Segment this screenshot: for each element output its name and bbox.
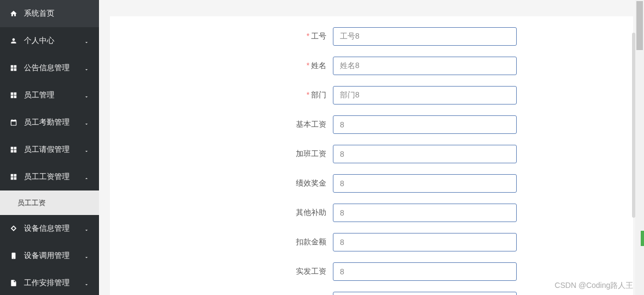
form-input-9[interactable] [333, 292, 517, 295]
form-label: 加班工资 [110, 149, 333, 159]
form-label-text: 姓名 [311, 61, 326, 70]
sidebar-item-label: 公告信息管理 [24, 63, 84, 73]
chevron-down-icon [84, 253, 89, 259]
form-row-0: *工号 [110, 27, 633, 46]
required-mark: * [307, 90, 309, 99]
form-label: *姓名 [110, 61, 333, 71]
form-label: *部门 [110, 90, 333, 100]
form-label-text: 绩效奖金 [296, 179, 326, 187]
grid-icon [10, 64, 17, 72]
form-label-text: 工号 [311, 32, 326, 40]
form-input-7[interactable] [333, 233, 517, 251]
sidebar-item-label: 工作安排管理 [24, 278, 84, 288]
form-input-3[interactable] [333, 115, 517, 134]
sidebar-sub-salary[interactable]: 员工工资 [0, 190, 99, 215]
form-row-1: *姓名 [110, 57, 633, 75]
sidebar-item-label: 员工管理 [24, 90, 84, 100]
form-label-text: 部门 [311, 90, 326, 99]
form-label: 绩效奖金 [110, 179, 333, 188]
sidebar-item-label: 设备信息管理 [24, 224, 84, 233]
watermark: CSDN @Coding路人王 [555, 281, 633, 291]
form-label: 实发工资 [110, 267, 333, 276]
form-input-4[interactable] [333, 145, 517, 163]
form-label: *工号 [110, 32, 333, 41]
sidebar-item-b2[interactable]: 工作安排管理 [0, 269, 99, 295]
form-label-text: 其他补助 [296, 208, 326, 217]
form-row-5: 绩效奖金 [110, 174, 633, 193]
sidebar-item-a2[interactable]: 公告信息管理 [0, 54, 99, 82]
sidebar-item-label: 个人中心 [24, 36, 84, 46]
form-row-2: *部门 [110, 86, 633, 105]
form-label-text: 加班工资 [296, 149, 326, 158]
scrollbar-annotation [641, 231, 644, 246]
form-row-3: 基本工资 [110, 115, 633, 134]
form-label-text: 扣款金额 [296, 237, 326, 246]
form-label: 扣款金额 [110, 237, 333, 247]
chevron-down-icon [84, 280, 89, 286]
main-content: *工号*姓名*部门基本工资加班工资绩效奖金其他补助扣款金额实发工资登记日期 [99, 0, 644, 295]
form-input-2[interactable] [333, 86, 517, 105]
sidebar-item-b1[interactable]: 设备调用管理 [0, 242, 99, 269]
sidebar-item-b0[interactable]: 设备信息管理 [0, 215, 99, 242]
chevron-down-icon [84, 65, 89, 71]
sidebar-item-a6[interactable]: 员工工资管理 [0, 163, 99, 190]
sidebar-item-label: 系统首页 [24, 9, 89, 19]
file-icon [10, 279, 17, 287]
sidebar-item-label: 员工考勤管理 [24, 118, 84, 127]
form-input-8[interactable] [333, 262, 517, 281]
grid-icon [10, 146, 17, 153]
chevron-down-icon [84, 120, 89, 125]
form-row-8: 实发工资 [110, 262, 633, 281]
scrollbar-outer-thumb[interactable] [636, 1, 643, 50]
form-row-9: 登记日期 [110, 292, 633, 295]
required-mark: * [307, 32, 309, 40]
form-input-5[interactable] [333, 174, 517, 193]
required-mark: * [307, 61, 309, 70]
sidebar-item-label: 设备调用管理 [24, 251, 84, 261]
sidebar-item-a1[interactable]: 个人中心 [0, 27, 99, 54]
grid-icon [10, 173, 17, 181]
sidebar-item-a5[interactable]: 员工请假管理 [0, 136, 99, 163]
form-label: 基本工资 [110, 120, 333, 130]
sidebar-item-a0[interactable]: 系统首页 [0, 0, 99, 27]
scrollbar-outer-track[interactable] [635, 0, 644, 295]
calendar-icon [10, 119, 17, 126]
form-label-text: 实发工资 [296, 267, 326, 275]
chevron-up-icon [84, 174, 89, 180]
form-input-1[interactable] [333, 57, 517, 75]
form: *工号*姓名*部门基本工资加班工资绩效奖金其他补助扣款金额实发工资登记日期 [110, 16, 633, 295]
tag-icon [10, 225, 17, 232]
chevron-down-icon [84, 38, 89, 44]
form-label-text: 基本工资 [296, 120, 326, 128]
sidebar-item-label: 员工请假管理 [24, 145, 84, 155]
sidebar-item-label: 员工工资管理 [24, 172, 84, 182]
form-row-7: 扣款金额 [110, 233, 633, 251]
home-icon [10, 10, 17, 17]
form-label: 其他补助 [110, 208, 333, 218]
sidebar-item-a4[interactable]: 员工考勤管理 [0, 109, 99, 136]
scrollbar-inner-track[interactable] [632, 0, 635, 295]
scrollbar-inner-thumb[interactable] [632, 33, 635, 218]
clipboard-icon [10, 252, 17, 260]
sidebar-sub-label: 员工工资 [17, 198, 46, 208]
chevron-down-icon [84, 226, 89, 231]
sidebar-item-a3[interactable]: 员工管理 [0, 82, 99, 109]
chevron-down-icon [84, 147, 89, 152]
form-input-0[interactable] [333, 27, 517, 46]
user-icon [10, 37, 17, 45]
grid-icon [10, 91, 17, 99]
form-row-4: 加班工资 [110, 145, 633, 163]
form-row-6: 其他补助 [110, 204, 633, 222]
chevron-down-icon [84, 93, 89, 98]
form-input-6[interactable] [333, 204, 517, 222]
sidebar: 系统首页个人中心公告信息管理员工管理员工考勤管理员工请假管理员工工资管理 员工工… [0, 0, 99, 295]
